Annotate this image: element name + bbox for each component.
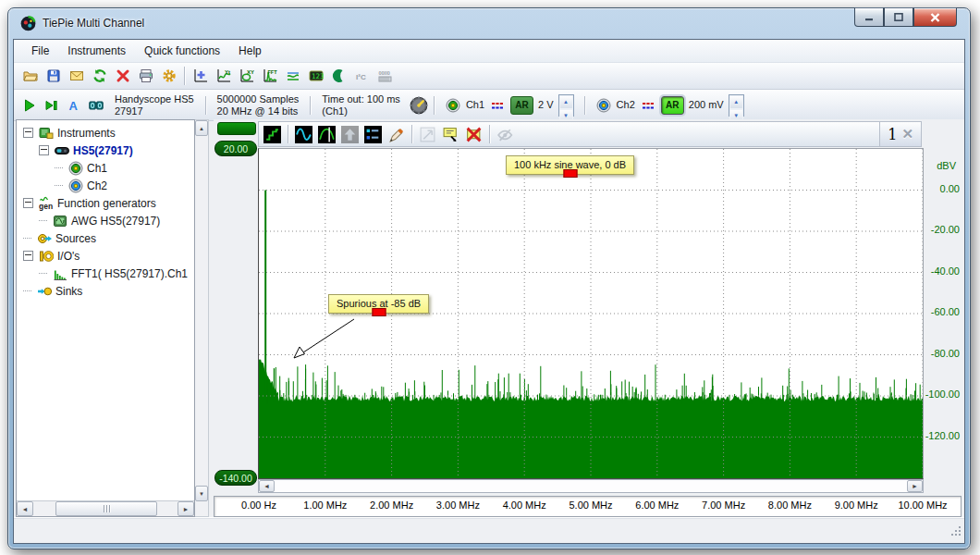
tree-item-instruments[interactable]: Instruments	[17, 124, 194, 142]
scope-c-icon	[332, 68, 347, 83]
tree-item-awg-hs5-27917[interactable]: AWG HS5(27917)	[17, 212, 194, 229]
scroll-up-icon[interactable]: ▲	[195, 120, 208, 136]
interpolation-icon	[263, 126, 281, 143]
ch1-coupling-icon[interactable]	[489, 94, 506, 117]
ch2-bnc-icon[interactable]	[595, 94, 612, 117]
timeout-knob[interactable]	[408, 94, 430, 117]
tree-item-ch1[interactable]: Ch1	[17, 159, 194, 177]
ch2-range-value: 200 mV	[689, 99, 724, 111]
ch1-range-stepper[interactable]: ▲▼	[558, 94, 574, 117]
meter-button[interactable]	[281, 65, 304, 87]
scroll-left-icon[interactable]: ◄	[259, 480, 275, 492]
menu-item-help[interactable]: Help	[229, 42, 271, 60]
start-button[interactable]	[18, 94, 41, 117]
bnc-blue-icon	[68, 179, 83, 193]
up-arrow-icon[interactable]: ▲	[559, 95, 573, 109]
add-graph-button[interactable]	[189, 65, 212, 87]
envelope-icon	[318, 126, 336, 143]
save-button[interactable]	[42, 65, 65, 87]
menu-item-instruments[interactable]: Instruments	[58, 42, 135, 60]
binary-meter-button[interactable]: 00II0	[374, 65, 397, 87]
y-axis-tick: -120.00	[925, 430, 960, 441]
ch2-coupling-icon[interactable]	[640, 94, 656, 117]
ch1-bnc-icon[interactable]	[445, 94, 461, 117]
email-button[interactable]	[65, 65, 88, 87]
close-button[interactable]	[913, 7, 957, 27]
y-axis-top-value[interactable]: 20.00	[214, 141, 257, 156]
scroll-left-icon[interactable]: ◄	[17, 501, 33, 516]
chart-close-icon[interactable]: ✕	[901, 126, 913, 142]
plot-horizontal-scrollbar[interactable]: ◄ ►	[258, 479, 924, 493]
titlebar[interactable]: TiePie Multi Channel	[8, 8, 970, 38]
annotation-handle[interactable]	[563, 169, 577, 178]
add-label-button[interactable]	[440, 124, 461, 145]
tree-item-sources[interactable]: Sources	[17, 229, 194, 247]
scroll-right-icon[interactable]: ►	[178, 501, 194, 516]
x-axis-tick: 10.00 MHz	[898, 500, 947, 511]
spectrum-plot-area[interactable]: 100 kHz sine wave, 0 dB Spurious at -85 …	[258, 148, 924, 479]
tree-vertical-scrollbar[interactable]: ▲ ▼	[195, 119, 209, 517]
legend-button[interactable]	[362, 124, 384, 145]
interpolation-button[interactable]	[262, 124, 283, 145]
annotation-peak[interactable]: 100 kHz sine wave, 0 dB	[506, 155, 634, 175]
expander-collapse-icon[interactable]	[23, 198, 33, 208]
svg-text:00II0: 00II0	[378, 70, 389, 76]
ch2-autorange-button[interactable]: AR	[661, 96, 684, 115]
device-info: Handyscope HS527917	[107, 93, 202, 117]
expander-collapse-icon[interactable]	[23, 128, 33, 138]
y-axis-bottom-value[interactable]: -140.00	[214, 470, 257, 486]
channel-color-strip[interactable]	[217, 122, 256, 135]
scroll-right-icon[interactable]: ►	[907, 480, 923, 492]
tree-item-sinks[interactable]: Sinks	[17, 282, 194, 300]
ch2-range-stepper[interactable]: ▲▼	[729, 94, 744, 117]
maximize-button[interactable]	[884, 7, 913, 27]
bnc-green-icon	[68, 161, 83, 176]
separator	[288, 125, 288, 143]
tree-item-ch2[interactable]: Ch2	[17, 177, 194, 194]
refresh-button[interactable]	[88, 65, 111, 87]
settings-button[interactable]	[157, 65, 180, 87]
pen-button[interactable]	[386, 124, 407, 145]
value-display-button[interactable]: 123	[304, 65, 327, 87]
expander-collapse-icon[interactable]	[39, 145, 49, 155]
bnc-green-icon	[446, 98, 460, 113]
tree-horizontal-scrollbar[interactable]: ◄ ►	[17, 500, 194, 516]
sources-icon	[37, 231, 52, 246]
menu-item-quick-functions[interactable]: Quick functions	[135, 42, 229, 60]
chart-tab[interactable]: 1 ✕	[879, 122, 921, 146]
menu-item-file[interactable]: File	[22, 42, 58, 60]
scroll-down-icon[interactable]: ▼	[195, 486, 208, 501]
minimize-button[interactable]	[854, 7, 884, 27]
envelope-button[interactable]	[316, 124, 337, 145]
up-arrow-icon[interactable]: ▲	[729, 95, 743, 109]
resize-grip[interactable]	[950, 524, 962, 541]
fft-graph-button[interactable]: FFT	[258, 65, 281, 87]
tree-item-hs5-27917[interactable]: HS5(27917)	[17, 142, 194, 159]
tree-item-fft1-hs5-27917-ch1[interactable]: FFT1( HS5(27917).Ch1	[17, 265, 194, 282]
remove-labels-button[interactable]	[463, 124, 484, 145]
multimeter-button[interactable]	[85, 94, 107, 117]
ch1-autorange-button[interactable]: AR	[510, 96, 533, 115]
open-button[interactable]	[18, 65, 42, 87]
tree-item-label: I/O's	[57, 250, 80, 263]
y-axis-tick: -20.00	[931, 224, 960, 235]
scope-c-button[interactable]	[327, 65, 350, 87]
annotation-handle[interactable]	[372, 308, 386, 316]
settings-icon	[162, 68, 177, 83]
i2c-button[interactable]: I²C	[350, 65, 374, 87]
expander-collapse-icon[interactable]	[23, 251, 33, 261]
xy-graph-button[interactable]: XY	[235, 65, 258, 87]
one-shot-button[interactable]	[41, 94, 63, 117]
x-axis-tick: 4.00 MHz	[503, 500, 546, 511]
auto-setup-button[interactable]: A	[63, 94, 85, 117]
annotation-spurious[interactable]: Spurious at -85 dB	[328, 294, 429, 314]
delete-button[interactable]	[111, 65, 134, 87]
signal-view-button[interactable]	[293, 124, 314, 145]
remove-labels-icon	[465, 126, 483, 143]
tree-item-function-generators[interactable]: genFunction generators	[17, 194, 194, 212]
scrollbar-thumb[interactable]	[55, 501, 157, 516]
x-axis-tick: 8.00 MHz	[768, 500, 812, 511]
tree-item-i-o-s[interactable]: I/O's	[17, 247, 194, 265]
print-button[interactable]	[134, 65, 157, 87]
yt-graph-button[interactable]: Yt	[212, 65, 235, 87]
